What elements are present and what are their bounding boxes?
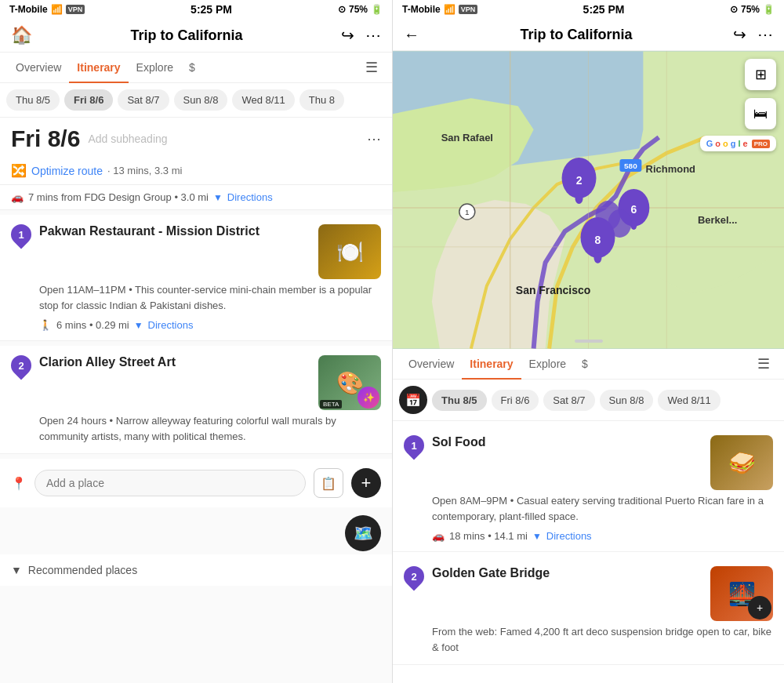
- directions-link-1-right[interactable]: Directions: [546, 530, 592, 542]
- map-hotel-button[interactable]: 🛏: [745, 98, 776, 129]
- optimize-route-button[interactable]: 🔀 Optimize route · 13 mins, 3.3 mi: [11, 163, 381, 178]
- directions-link-1-left[interactable]: Directions: [148, 319, 194, 331]
- right-header: ← Trip to California ↪ ⋯: [393, 19, 784, 51]
- left-tabs: Overview Itinerary Explore $ ☰: [0, 53, 392, 83]
- date-tab-fri-right[interactable]: Fri 8/6: [492, 390, 539, 411]
- tab-dollar-right[interactable]: $: [574, 350, 596, 380]
- place-name-2-left[interactable]: Clarion Alley Street Art: [39, 355, 318, 369]
- from-travel-text: 7 mins from FDG Design Group • 3.0 mi: [28, 191, 209, 203]
- google-maps-badge[interactable]: G o o g l e PRO: [700, 136, 776, 151]
- optimize-route-section: 🔀 Optimize route · 13 mins, 3.3 mi: [0, 157, 392, 185]
- directions-arrow-1-right: ▼: [532, 531, 542, 542]
- tab-overview-left[interactable]: Overview: [8, 53, 69, 83]
- more-icon-right[interactable]: ⋯: [757, 25, 773, 44]
- note-icon[interactable]: 📋: [314, 468, 343, 498]
- recommended-section[interactable]: ▼ Recommended places: [0, 554, 392, 586]
- svg-text:Berkel...: Berkel...: [698, 214, 737, 226]
- place-name-1-left[interactable]: Pakwan Restaurant - Mission District: [39, 224, 318, 238]
- back-icon[interactable]: ←: [404, 26, 419, 44]
- tab-menu-right[interactable]: ☰: [751, 349, 776, 379]
- vpn-badge-left: VPN: [66, 5, 85, 14]
- place-desc-1-left: Open 11AM–11PM • This counter-service mi…: [39, 282, 381, 313]
- place-desc-2-left: Open 24 hours • Narrow alleyway featurin…: [39, 413, 381, 444]
- header-icons-right: ↪ ⋯: [733, 25, 773, 44]
- battery-icon-left: 🔋: [371, 4, 383, 15]
- date-tab-sun-right[interactable]: Sun 8/8: [600, 390, 654, 411]
- add-icon-left[interactable]: +: [351, 468, 381, 498]
- date-tab-sun-left[interactable]: Sun 8/8: [174, 89, 228, 111]
- svg-text:8: 8: [595, 234, 601, 246]
- beta-badge-2: BETA: [320, 400, 342, 409]
- tab-dollar-left[interactable]: $: [181, 53, 203, 83]
- place-number-1-left: 1: [7, 220, 36, 249]
- place-number-2-right: 2: [400, 562, 429, 591]
- day-title-left: Fri 8/6: [11, 125, 80, 152]
- map-svg: 580 1 San Rafael Richmond Berkel... San …: [393, 51, 784, 349]
- place-number-1-right: 1: [400, 431, 429, 460]
- place-number-2-left: 2: [7, 351, 36, 380]
- left-date-tabs: Thu 8/5 Fri 8/6 Sat 8/7 Sun 8/8 Wed 8/11…: [0, 83, 392, 118]
- place-image-wrap-2-right[interactable]: 🌉 +: [710, 566, 773, 621]
- date-tab-sat-left[interactable]: Sat 8/7: [118, 89, 169, 111]
- place-row-1-right: 1 Sol Food 🥪: [404, 435, 773, 490]
- svg-text:6: 6: [630, 203, 637, 216]
- status-left-right: T-Mobile 📶 VPN: [402, 4, 477, 15]
- home-icon[interactable]: 🏠: [11, 25, 32, 45]
- left-content: Fri 8/6 Add subheading ⋯ 🔀 Optimize rout…: [0, 118, 392, 683]
- battery-icon-right: 🔋: [763, 4, 775, 15]
- place-image-wrap-2-left[interactable]: 🎨 ✨ BETA: [318, 355, 381, 410]
- day-subtitle-left[interactable]: Add subheading: [88, 133, 167, 145]
- place-info-2-left: Clarion Alley Street Art: [39, 355, 318, 369]
- date-tab-thu2-left[interactable]: Thu 8: [299, 89, 344, 111]
- place-travel-1-left: 🚶 6 mins • 0.29 mi ▼ Directions: [39, 319, 381, 331]
- map-view[interactable]: 580 1 San Rafael Richmond Berkel... San …: [393, 51, 784, 349]
- wifi-icon: 📶: [51, 4, 63, 15]
- map-layers-button[interactable]: ⊞: [745, 59, 776, 90]
- status-left: T-Mobile 📶 VPN: [9, 4, 85, 15]
- place-image-1-left: 🍽️: [318, 224, 381, 279]
- place-desc-1-right: Open 8AM–9PM • Casual eatery serving tra…: [432, 493, 773, 524]
- status-right-left: ⊙ 75% 🔋: [338, 4, 383, 15]
- add-place-icons: 📋 +: [314, 468, 381, 498]
- fab-icon-right[interactable]: +: [748, 596, 771, 619]
- date-tab-sat-right[interactable]: Sat 8/7: [543, 390, 594, 411]
- tab-explore-left[interactable]: Explore: [129, 53, 181, 83]
- date-tab-thu-left[interactable]: Thu 8/5: [6, 89, 60, 111]
- place-row-1-left: 1 Pakwan Restaurant - Mission District 🍽…: [11, 224, 381, 279]
- place-info-2-right: Golden Gate Bridge: [432, 566, 710, 580]
- share-icon-right[interactable]: ↪: [733, 25, 746, 44]
- place-image-wrap-1-left[interactable]: 🍽️: [318, 224, 381, 279]
- time-right: 5:25 PM: [583, 3, 625, 16]
- wifi-icon-right: 📶: [444, 4, 456, 15]
- left-panel: T-Mobile 📶 VPN 5:25 PM ⊙ 75% 🔋 🏠 Trip to…: [0, 0, 392, 683]
- place-card-2-right: 2 Golden Gate Bridge 🌉 + From the web: F…: [393, 557, 784, 665]
- svg-point-15: [575, 193, 583, 204]
- drag-handle[interactable]: [575, 340, 603, 343]
- tab-menu-left[interactable]: ☰: [359, 53, 384, 82]
- date-tab-thu-right[interactable]: Thu 8/5: [432, 390, 487, 411]
- place-name-2-right[interactable]: Golden Gate Bridge: [432, 566, 710, 580]
- add-place-pin-icon: 📍: [11, 476, 27, 491]
- share-icon-left[interactable]: ↪: [341, 26, 354, 45]
- day-more-left[interactable]: ⋯: [367, 130, 381, 147]
- tab-itinerary-left[interactable]: Itinerary: [69, 53, 128, 83]
- floating-btns-left: 🗺️: [0, 512, 392, 554]
- place-image-wrap-1-right[interactable]: 🥪: [710, 435, 773, 490]
- place-info-1-right: Sol Food: [432, 435, 710, 449]
- date-tab-wed-right[interactable]: Wed 8/11: [658, 390, 720, 411]
- calendar-icon-button[interactable]: 📅: [399, 386, 427, 414]
- add-place-input[interactable]: [34, 470, 306, 496]
- svg-text:1: 1: [465, 208, 470, 216]
- directions-link-from[interactable]: Directions: [227, 191, 273, 203]
- vpn-badge-right: VPN: [459, 5, 478, 14]
- map-icon-button[interactable]: 🗺️: [345, 515, 381, 551]
- svg-text:San Francisco: San Francisco: [516, 284, 591, 296]
- date-tab-fri-left[interactable]: Fri 8/6: [64, 89, 113, 111]
- tab-overview-right[interactable]: Overview: [401, 350, 462, 380]
- tab-itinerary-right[interactable]: Itinerary: [462, 350, 521, 380]
- date-tab-wed-left[interactable]: Wed 8/11: [232, 89, 294, 111]
- place-name-1-right[interactable]: Sol Food: [432, 435, 710, 449]
- tab-explore-right[interactable]: Explore: [521, 350, 574, 380]
- svg-point-18: [630, 220, 637, 230]
- more-icon-left[interactable]: ⋯: [365, 26, 381, 45]
